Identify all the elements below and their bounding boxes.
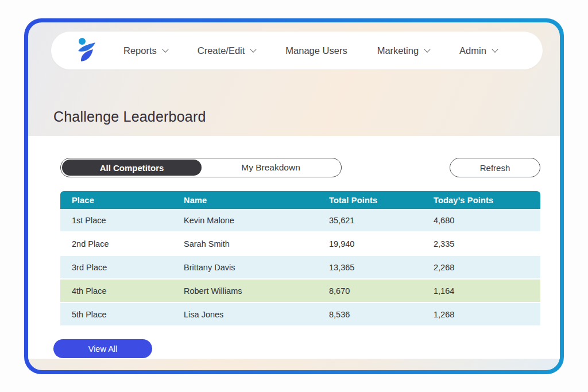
chevron-down-icon <box>492 46 498 52</box>
cell-total-points: 8,536 <box>329 310 434 319</box>
cell-todays-points: 4,680 <box>434 216 540 225</box>
table-header-row: Place Name Total Points Today’s Points <box>60 191 540 209</box>
cell-name: Kevin Malone <box>184 216 329 225</box>
brand-logo-icon[interactable] <box>74 37 97 64</box>
controls-row: All Competitors My Breakdown Refresh <box>60 158 540 177</box>
column-header-total-points: Total Points <box>329 196 434 205</box>
cell-todays-points: 1,164 <box>434 286 540 296</box>
cell-total-points: 8,670 <box>329 286 434 296</box>
cell-todays-points: 1,268 <box>434 310 540 319</box>
page-title: Challenge Leaderboard <box>53 108 206 125</box>
table-body: 1st Place Kevin Malone 35,621 4,680 2nd … <box>60 209 540 325</box>
nav-item-label: Admin <box>459 45 486 56</box>
chevron-down-icon <box>162 46 168 52</box>
nav-item-marketing[interactable]: Marketing <box>377 45 430 56</box>
table-row-highlighted: 4th Place Robert Williams 8,670 1,164 <box>60 280 540 302</box>
cell-total-points: 13,365 <box>329 263 434 272</box>
content-panel: All Competitors My Breakdown Refresh Pla… <box>28 136 560 359</box>
cell-name: Brittany Davis <box>184 263 329 272</box>
cell-place: 5th Place <box>72 310 184 319</box>
leaderboard-table: Place Name Total Points Today’s Points 1… <box>60 191 540 325</box>
nav-item-label: Marketing <box>377 45 419 56</box>
tab-all-competitors[interactable]: All Competitors <box>62 160 202 176</box>
chevron-down-icon <box>250 46 257 52</box>
tab-my-breakdown[interactable]: My Breakdown <box>202 160 340 176</box>
column-header-name: Name <box>184 196 329 205</box>
table-row: 3rd Place Brittany Davis 13,365 2,268 <box>60 256 540 278</box>
table-row: 1st Place Kevin Malone 35,621 4,680 <box>60 209 540 231</box>
cell-name: Sarah Smith <box>184 239 329 249</box>
cell-place: 3rd Place <box>72 263 184 272</box>
cell-place: 4th Place <box>72 286 184 296</box>
chevron-down-icon <box>424 46 430 52</box>
table-row: 5th Place Lisa Jones 8,536 1,268 <box>60 303 540 325</box>
nav-item-label: Create/Edit <box>198 45 245 56</box>
cell-name: Robert Williams <box>184 286 329 296</box>
nav-item-admin[interactable]: Admin <box>459 45 497 56</box>
view-toggle: All Competitors My Breakdown <box>60 158 342 177</box>
card-background: Reports Create/Edit Manage Users Marketi… <box>28 22 560 370</box>
cell-total-points: 19,940 <box>329 239 434 249</box>
column-header-todays-points: Today’s Points <box>434 196 540 205</box>
cell-total-points: 35,621 <box>329 216 434 225</box>
nav-item-manage-users[interactable]: Manage Users <box>285 45 347 56</box>
refresh-button[interactable]: Refresh <box>450 158 540 177</box>
column-header-place: Place <box>72 196 184 205</box>
cell-todays-points: 2,335 <box>434 239 540 249</box>
view-all-button[interactable]: View All <box>53 339 152 358</box>
top-navbar: Reports Create/Edit Manage Users Marketi… <box>51 32 543 69</box>
nav-item-label: Manage Users <box>285 45 347 56</box>
nav-items: Reports Create/Edit Manage Users Marketi… <box>123 45 497 56</box>
cell-place: 2nd Place <box>72 239 184 249</box>
leaderboard-card: Reports Create/Edit Manage Users Marketi… <box>24 18 564 374</box>
nav-item-label: Reports <box>123 45 157 56</box>
nav-item-reports[interactable]: Reports <box>123 45 168 56</box>
cell-todays-points: 2,268 <box>434 263 540 272</box>
cell-name: Lisa Jones <box>184 310 329 319</box>
cell-place: 1st Place <box>72 216 184 225</box>
table-row: 2nd Place Sarah Smith 19,940 2,335 <box>60 232 540 255</box>
nav-item-create-edit[interactable]: Create/Edit <box>198 45 256 56</box>
